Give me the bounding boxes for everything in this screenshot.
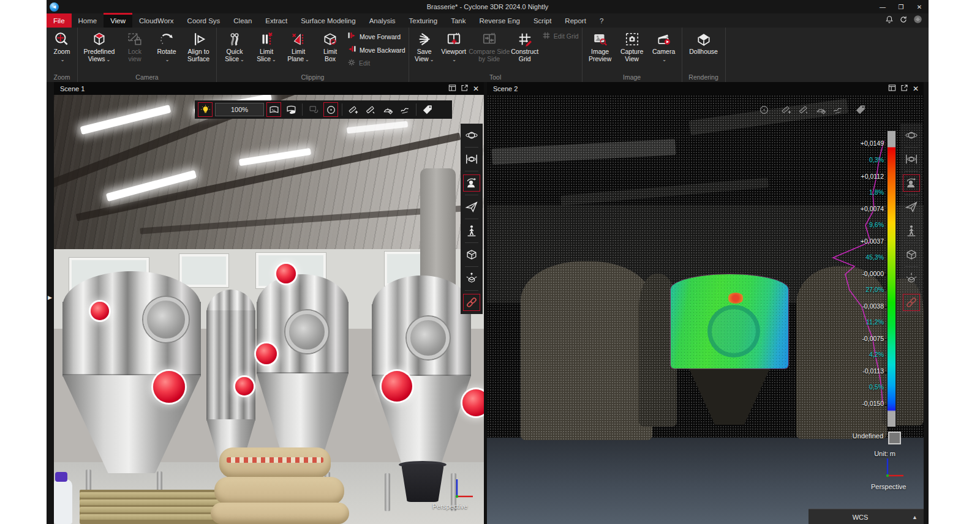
fly-mode-icon[interactable]	[903, 198, 920, 215]
view-cube-icon[interactable]	[463, 246, 480, 263]
fly-mode-icon[interactable]	[463, 198, 480, 215]
minimize-button[interactable]: —	[873, 0, 892, 13]
scene1-close-icon[interactable]: ✕	[473, 84, 479, 93]
measure-distance-button[interactable]	[796, 102, 811, 117]
scene1-pane: Scene 1 ✕	[54, 82, 484, 524]
tag-button[interactable]	[853, 102, 868, 117]
scene1-layout-icon[interactable]	[448, 84, 456, 93]
sync-icon[interactable]	[899, 15, 908, 26]
scene2-viewport[interactable]: +0,0149 0,3% +0,0112 1,8% +0,0074 9,6% +…	[487, 95, 924, 524]
quick-slice-button[interactable]: Quick Slice⌄	[219, 29, 251, 64]
tab-help[interactable]: ?	[593, 13, 610, 28]
ribbon: Zoom ⌄ Zoom Predefined Views⌄ Lock view	[47, 28, 929, 83]
compare-side-by-side-button[interactable]: Compare Side by Side	[470, 29, 509, 62]
measure-freeform-button[interactable]	[398, 102, 412, 117]
orbit-icon[interactable]	[903, 127, 920, 144]
panorama-cloud-button[interactable]	[284, 102, 298, 117]
red-sphere-marker[interactable]	[153, 371, 185, 403]
orbit-constrained-icon[interactable]	[903, 151, 920, 168]
scene2-close-icon[interactable]: ✕	[913, 84, 919, 93]
scene2-popout-icon[interactable]	[900, 84, 908, 93]
tag-button[interactable]	[420, 102, 435, 117]
view-cube-icon[interactable]	[903, 246, 920, 263]
measure-distance-button[interactable]	[363, 102, 378, 117]
tab-view[interactable]: View	[104, 13, 132, 28]
examine-mode-icon[interactable]	[463, 174, 480, 192]
tab-script[interactable]: Script	[527, 13, 558, 28]
save-view-button[interactable]: Save View⌄	[411, 29, 438, 64]
edit-grid-button[interactable]: Edit Grid	[542, 31, 579, 41]
tab-surface-modeling[interactable]: Surface Modeling	[294, 13, 363, 28]
tab-reverse-eng[interactable]: Reverse Eng	[472, 13, 526, 28]
account-status-icon[interactable]	[913, 15, 922, 26]
restore-button[interactable]: ❐	[892, 0, 910, 13]
link-views-icon[interactable]	[903, 294, 920, 311]
scene1-viewport[interactable]: 100%	[54, 95, 484, 524]
examine-mode-icon[interactable]	[903, 174, 920, 192]
red-sphere-marker[interactable]	[235, 377, 254, 395]
tab-clean[interactable]: Clean	[227, 13, 258, 28]
camera-button[interactable]: Camera ⌄	[648, 29, 680, 64]
limit-plane-button[interactable]: Limit Plane⌄	[282, 29, 314, 64]
dollhouse-button[interactable]: Dollhouse	[684, 29, 723, 62]
inspection-colormap-tank[interactable]	[671, 274, 788, 369]
image-preview-button[interactable]: Image Preview	[584, 29, 616, 62]
tab-cloudworx[interactable]: CloudWorx	[132, 13, 181, 28]
scene-zoom-level[interactable]: 100%	[215, 103, 264, 116]
red-sphere-marker[interactable]	[276, 264, 296, 283]
rotate-button[interactable]: Rotate ⌄	[151, 29, 183, 64]
limit-box-button[interactable]: Limit Box	[314, 29, 346, 62]
measure-add-button[interactable]	[346, 102, 361, 117]
predefined-views-button[interactable]: Predefined Views⌄	[80, 29, 119, 64]
red-sphere-marker[interactable]	[382, 371, 412, 402]
inspection-colorbar[interactable]	[887, 130, 896, 427]
wcs-bar[interactable]: WCS ▲	[809, 509, 924, 524]
tab-extract[interactable]: Extract	[258, 13, 294, 28]
close-button[interactable]: ✕	[910, 0, 929, 13]
move-view-icon[interactable]	[463, 270, 480, 287]
move-forward-button[interactable]: Move Forward	[347, 31, 405, 42]
link-views-icon[interactable]	[463, 294, 480, 311]
tab-home[interactable]: Home	[72, 13, 104, 28]
measure-angle-button[interactable]	[813, 102, 828, 117]
expand-panel-arrow[interactable]: ▶	[48, 294, 52, 301]
measure-freeform-button[interactable]	[831, 102, 845, 117]
tab-report[interactable]: Report	[558, 13, 593, 28]
tab-analysis[interactable]: Analysis	[363, 13, 402, 28]
red-sphere-marker[interactable]	[256, 343, 277, 364]
walk-mode-icon[interactable]	[903, 222, 920, 239]
move-view-icon[interactable]	[903, 270, 920, 287]
construct-grid-button[interactable]: Construct Grid	[509, 29, 541, 62]
zoom-button[interactable]: Zoom ⌄	[48, 29, 75, 64]
capture-view-button[interactable]: Capture View	[616, 29, 648, 62]
tab-file[interactable]: File	[47, 13, 72, 28]
tab-coord-sys[interactable]: Coord Sys	[181, 13, 227, 28]
notifications-bell-icon[interactable]	[885, 15, 894, 26]
group-label-camera: Camera	[80, 73, 214, 82]
red-sphere-marker[interactable]	[462, 389, 484, 416]
brightness-button[interactable]	[198, 102, 213, 117]
screen-link-button[interactable]	[306, 102, 321, 117]
walk-mode-icon[interactable]	[463, 222, 480, 239]
target-circle-button[interactable]	[756, 102, 771, 117]
orbit-icon[interactable]	[463, 127, 480, 144]
tab-texturing[interactable]: Texturing	[402, 13, 444, 28]
scene1-popout-icon[interactable]	[461, 84, 469, 93]
scene2-layout-icon[interactable]	[888, 84, 896, 93]
red-sphere-marker[interactable]	[91, 302, 109, 320]
limit-slice-button[interactable]: Limit Slice⌄	[251, 29, 282, 64]
photo-pallet	[80, 490, 222, 524]
wcs-expand-icon[interactable]: ▲	[912, 514, 924, 520]
colorbar-label: 45,3%	[841, 253, 884, 261]
orbit-constrained-icon[interactable]	[463, 151, 480, 168]
tab-tank[interactable]: Tank	[444, 13, 472, 28]
viewport-button[interactable]: Viewport ⌄	[438, 29, 470, 64]
edit-clipping-button[interactable]: Edit	[347, 58, 405, 68]
target-circle-button[interactable]	[323, 102, 338, 117]
lock-view-button[interactable]: Lock view	[119, 29, 151, 62]
align-to-surface-button[interactable]: Align to Surface	[183, 29, 214, 62]
measure-add-button[interactable]	[779, 102, 794, 117]
measure-angle-button[interactable]	[380, 102, 395, 117]
panorama-button[interactable]	[266, 102, 281, 117]
move-backward-button[interactable]: Move Backward	[347, 45, 405, 55]
